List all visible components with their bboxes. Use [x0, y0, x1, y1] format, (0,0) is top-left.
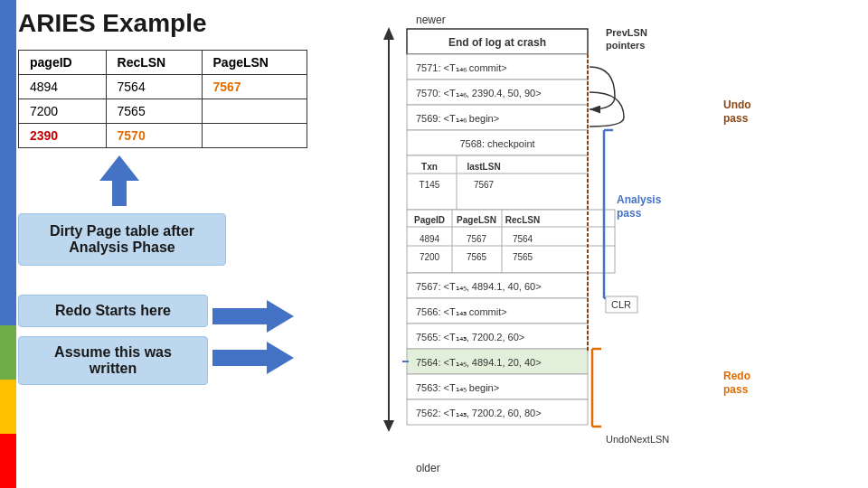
svg-text:7565: 7565 — [513, 252, 533, 262]
prevlsn-arrow-1 — [590, 67, 615, 109]
timeline-arrow-down — [383, 420, 394, 432]
svg-marker-2 — [212, 342, 294, 374]
assume-box: Assume this waswritten — [18, 336, 208, 385]
svg-text:7569: <T₁₄₆ begin>: 7569: <T₁₄₆ begin> — [416, 113, 499, 124]
cell-pagelsn-2 — [202, 124, 307, 148]
svg-text:T145: T145 — [420, 180, 440, 190]
undo-label: Undo — [723, 99, 751, 111]
cell-reclsn-0: 7564 — [106, 75, 202, 99]
assume-section: Assume this waswritten — [18, 336, 335, 385]
end-of-log-text: End of log at crash — [448, 36, 546, 49]
svg-text:PageLSN: PageLSN — [457, 215, 496, 225]
arrow-up-container — [99, 155, 335, 206]
redo-starts-here-box: Redo Starts here — [18, 295, 208, 327]
cell-pageid-1: 7200 — [19, 99, 107, 124]
left-panel: pageID RecLSN PageLSN 4894 7564 7567 720… — [18, 50, 335, 385]
timeline-arrow-up — [383, 27, 394, 40]
svg-text:PageID: PageID — [414, 215, 445, 225]
svg-text:pass: pass — [617, 207, 642, 220]
undonextlsn-label: UndoNextLSN — [606, 434, 669, 445]
col-header-pagelsn: PageLSN — [202, 51, 307, 75]
svg-text:4894: 4894 — [420, 234, 440, 244]
svg-marker-0 — [99, 155, 139, 206]
col-header-pageid: pageID — [19, 51, 107, 75]
older-label: older — [416, 462, 440, 474]
table-row: 4894 7564 7567 — [19, 75, 307, 99]
redo-section: Redo Starts here — [18, 295, 335, 327]
arrow-up-icon — [99, 155, 139, 206]
svg-text:pass: pass — [723, 383, 749, 396]
bar-blue — [0, 0, 16, 325]
right-diagram: newer older End of log at crash 7571: <T… — [326, 9, 868, 479]
svg-text:7567: <T₁₄₅, 4894.1, 40, 60>: 7567: <T₁₄₅, 4894.1, 40, 60> — [416, 281, 542, 292]
table-row: 7200 7565 — [19, 99, 307, 124]
bar-yellow — [0, 380, 16, 434]
newer-label: newer — [416, 14, 446, 26]
svg-text:7563: <T₁₄₅ begin>: 7563: <T₁₄₅ begin> — [416, 382, 499, 393]
svg-text:7568: checkpoint: 7568: checkpoint — [459, 138, 534, 149]
svg-text:7566: <T₁₄₃ commit>: 7566: <T₁₄₃ commit> — [416, 306, 507, 317]
col-header-reclsn: RecLSN — [106, 51, 202, 75]
redo-arrow-icon — [212, 300, 294, 333]
assume-arrow-icon — [212, 342, 294, 374]
svg-text:7567: 7567 — [474, 180, 495, 190]
svg-text:RecLSN: RecLSN — [505, 215, 540, 225]
cell-reclsn-1: 7565 — [106, 99, 202, 124]
svg-text:7562: <T₁₄₃, 7200.2, 60, 80>: 7562: <T₁₄₃, 7200.2, 60, 80> — [416, 408, 542, 418]
dirty-page-label: Dirty Page table afterAnalysis Phase — [18, 213, 226, 266]
assume-arrow-right — [212, 342, 294, 378]
cell-pagelsn-0: 7567 — [202, 75, 307, 99]
svg-text:7571: <T₁₄₆ commit>: 7571: <T₁₄₆ commit> — [416, 62, 507, 73]
main-content: ARIES Example pageID RecLSN PageLSN 4894… — [18, 0, 868, 488]
cell-reclsn-2: 7570 — [106, 124, 202, 148]
cell-pagelsn-1 — [202, 99, 307, 124]
svg-text:pointers: pointers — [606, 40, 645, 51]
svg-text:7565: <T₁₄₃, 7200.2, 60>: 7565: <T₁₄₃, 7200.2, 60> — [416, 332, 524, 343]
svg-text:7567: 7567 — [467, 234, 487, 244]
svg-marker-1 — [212, 300, 294, 333]
analysis-label: Analysis — [617, 193, 662, 206]
aries-log-diagram: newer older End of log at crash 7571: <T… — [326, 9, 868, 479]
dirty-page-table: pageID RecLSN PageLSN 4894 7564 7567 720… — [18, 50, 307, 148]
redo-arrow-right — [212, 300, 294, 336]
svg-text:Txn: Txn — [421, 162, 438, 172]
cell-pageid-0: 4894 — [19, 75, 107, 99]
svg-text:7200: 7200 — [420, 252, 440, 262]
svg-text:7564: 7564 — [513, 234, 533, 244]
clr-label: CLR — [611, 299, 631, 310]
bar-green — [0, 325, 16, 380]
svg-text:7570: <T₁₄₆, 2390.4, 50, 90>: 7570: <T₁₄₆, 2390.4, 50, 90> — [416, 88, 542, 99]
cell-pageid-2: 2390 — [19, 124, 107, 148]
table-row: 2390 7570 — [19, 124, 307, 148]
svg-text:lastLSN: lastLSN — [467, 162, 500, 172]
left-bars — [0, 0, 16, 488]
redo-pass-label: Redo — [723, 370, 750, 382]
svg-text:pass: pass — [723, 112, 749, 125]
prevlsn-label: PrevLSN — [606, 27, 647, 38]
svg-text:7565: 7565 — [467, 252, 487, 262]
bar-red — [0, 434, 16, 488]
svg-text:7564: <T₁₄₅, 4894.1, 20, 40>: 7564: <T₁₄₅, 4894.1, 20, 40> — [416, 357, 542, 368]
